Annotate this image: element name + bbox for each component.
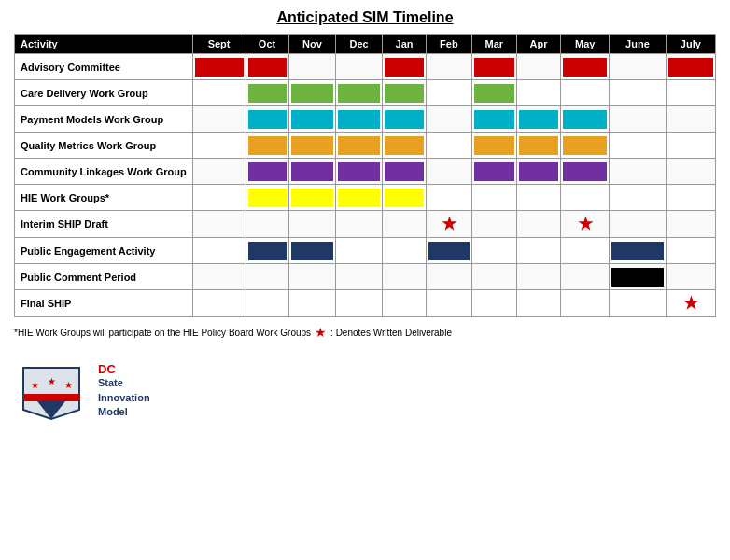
timeline-cell	[427, 185, 471, 211]
timeline-cell	[561, 133, 610, 159]
timeline-cell	[471, 211, 516, 238]
col-header-apr: Apr	[516, 35, 560, 54]
col-header-activity: Activity	[15, 35, 193, 54]
timeline-cell	[610, 264, 666, 290]
timeline-cell	[382, 264, 426, 290]
timeline-cell	[516, 238, 560, 264]
col-header-oct: Oct	[246, 35, 288, 54]
timeline-cell	[471, 80, 516, 106]
timeline-cell	[246, 80, 288, 106]
timeline-cell	[427, 290, 471, 317]
timeline-cell	[192, 264, 246, 290]
timeline-cell	[288, 106, 336, 133]
col-header-nov: Nov	[288, 35, 336, 54]
timeline-cell	[246, 238, 288, 264]
timeline-cell	[192, 133, 246, 159]
timeline-cell	[561, 159, 610, 185]
timeline-cell	[666, 54, 715, 80]
table-row: Advisory Committee	[15, 54, 716, 80]
timeline-cell	[666, 106, 715, 133]
row-label: Care Delivery Work Group	[15, 80, 193, 106]
timeline-cell	[288, 290, 336, 317]
footnote-text2: : Denotes Written Deliverable	[330, 328, 452, 338]
table-row: Public Engagement Activity	[15, 238, 716, 264]
col-header-feb: Feb	[427, 35, 471, 54]
timeline-cell	[192, 159, 246, 185]
svg-rect-5	[23, 394, 79, 401]
timeline-cell	[336, 290, 383, 317]
footnote: *HIE Work Groups will participate on the…	[14, 325, 716, 340]
timeline-cell	[246, 133, 288, 159]
timeline-cell	[192, 106, 246, 133]
row-label: Final SHIP	[15, 290, 193, 317]
timeline-cell	[561, 290, 610, 317]
svg-text:★: ★	[64, 380, 73, 390]
timeline-cell	[610, 159, 666, 185]
timeline-cell	[192, 54, 246, 80]
timeline-cell	[382, 80, 426, 106]
timeline-cell	[666, 133, 715, 159]
row-label: Advisory Committee	[15, 54, 193, 80]
timeline-cell	[610, 80, 666, 106]
timeline-cell	[666, 80, 715, 106]
timeline-cell	[336, 54, 383, 80]
timeline-cell	[246, 264, 288, 290]
timeline-cell	[336, 80, 383, 106]
timeline-cell	[471, 185, 516, 211]
svg-text:★: ★	[48, 376, 56, 386]
timeline-cell	[610, 54, 666, 80]
dc-map-icon: ★ ★ ★	[14, 358, 89, 424]
logo-subtitle: State Innovation Model	[98, 376, 150, 419]
timeline-cell	[610, 185, 666, 211]
timeline-cell	[516, 80, 560, 106]
timeline-cell	[246, 54, 288, 80]
timeline-cell	[427, 54, 471, 80]
timeline-cell	[192, 211, 246, 238]
timeline-cell	[382, 290, 426, 317]
table-row: Quality Metrics Work Group	[15, 133, 716, 159]
table-row: Public Comment Period	[15, 264, 716, 290]
timeline-cell	[192, 238, 246, 264]
col-header-sept: Sept	[192, 35, 246, 54]
timeline-cell	[610, 133, 666, 159]
logo-area: ★ ★ ★ DC State Innovation Model	[14, 358, 716, 424]
timeline-cell	[516, 290, 560, 317]
timeline-cell	[246, 211, 288, 238]
timeline-cell	[471, 106, 516, 133]
timeline-cell	[666, 211, 715, 238]
timeline-cell	[471, 264, 516, 290]
timeline-cell	[246, 290, 288, 317]
timeline-cell	[561, 238, 610, 264]
timeline-cell	[288, 211, 336, 238]
col-header-jan: Jan	[382, 35, 426, 54]
timeline-cell	[516, 211, 560, 238]
timeline-cell	[336, 106, 383, 133]
timeline-cell	[192, 185, 246, 211]
timeline-cell	[336, 133, 383, 159]
col-header-may: May	[561, 35, 610, 54]
timeline-cell	[336, 211, 383, 238]
timeline-cell	[610, 238, 666, 264]
timeline-table: Activity Sept Oct Nov Dec Jan Feb Mar Ap…	[14, 34, 716, 317]
timeline-cell	[471, 133, 516, 159]
timeline-cell	[610, 106, 666, 133]
timeline-cell	[288, 80, 336, 106]
timeline-cell	[471, 54, 516, 80]
timeline-cell	[246, 185, 288, 211]
timeline-cell	[382, 54, 426, 80]
timeline-cell	[516, 264, 560, 290]
timeline-cell	[382, 106, 426, 133]
timeline-cell	[288, 185, 336, 211]
timeline-cell	[666, 159, 715, 185]
timeline-cell	[427, 106, 471, 133]
table-row: Final SHIP★	[15, 290, 716, 317]
timeline-cell: ★	[427, 211, 471, 238]
row-label: Quality Metrics Work Group	[15, 133, 193, 159]
timeline-cell: ★	[561, 211, 610, 238]
row-label: Community Linkages Work Group	[15, 159, 193, 185]
timeline-cell	[288, 264, 336, 290]
timeline-cell	[246, 159, 288, 185]
timeline-cell	[288, 159, 336, 185]
timeline-cell	[382, 185, 426, 211]
footnote-star-icon: ★	[315, 325, 327, 340]
